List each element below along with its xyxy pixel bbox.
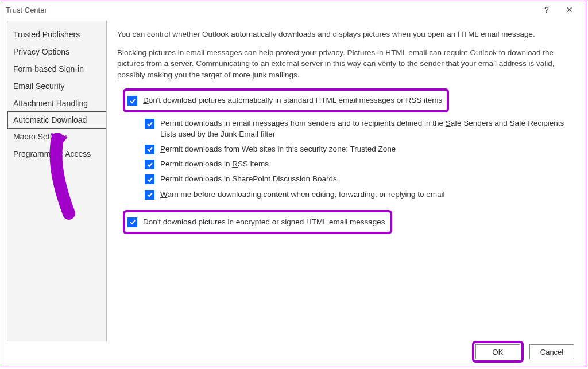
sidebar-item-form-based-signin[interactable]: Form-based Sign-in: [7, 60, 106, 77]
ok-label: OK: [493, 348, 504, 356]
checkbox-label: Warn me before downloading content when …: [160, 189, 445, 200]
trust-center-dialog: Trust Center ? ✕ Trusted Publishers Priv…: [1, 1, 586, 367]
sidebar-item-label: Privacy Options: [13, 47, 69, 56]
checkbox-icon: [145, 160, 154, 169]
checkbox-label: Don't download pictures automatically in…: [143, 95, 442, 106]
titlebar: Trust Center ? ✕: [1, 1, 586, 18]
checkbox-icon: [145, 119, 154, 129]
sidebar-item-privacy-options[interactable]: Privacy Options: [7, 43, 106, 60]
checkbox-icon: [145, 145, 154, 154]
checkbox-icon: [145, 190, 154, 200]
sidebar-item-label: Programmatic Access: [13, 149, 91, 158]
sidebar-item-label: Form-based Sign-in: [13, 64, 84, 73]
checkbox-rss[interactable]: Permit downloads in RSS items: [145, 157, 579, 172]
sidebar-item-trusted-publishers[interactable]: Trusted Publishers: [7, 26, 106, 43]
checkbox-dont-download-html[interactable]: Don't download pictures automatically in…: [127, 93, 442, 108]
window-title: Trust Center: [6, 6, 47, 14]
sidebar-item-label: Macro Settings: [13, 132, 67, 141]
sidebar-item-automatic-download[interactable]: Automatic Download: [7, 111, 106, 129]
cancel-button[interactable]: Cancel: [529, 344, 574, 359]
highlight-box-1: Don't download pictures automatically in…: [123, 88, 449, 112]
sidebar-item-label: Email Security: [13, 81, 64, 91]
cancel-label: Cancel: [540, 348, 563, 356]
help-icon: ?: [544, 5, 549, 14]
checkbox-label: Permit downloads in RSS items: [160, 159, 269, 169]
close-icon: ✕: [566, 5, 573, 14]
sub-options: Permit downloads in email messages from …: [145, 116, 579, 201]
dialog-body: Trusted Publishers Privacy Options Form-…: [1, 18, 586, 341]
help-button[interactable]: ?: [535, 2, 558, 18]
close-button[interactable]: ✕: [558, 2, 581, 18]
checkbox-label: Permit downloads in SharePoint Discussio…: [160, 174, 337, 184]
checkbox-trusted-zone[interactable]: Permit downloads from Web sites in this …: [145, 142, 579, 157]
checkbox-icon: [145, 174, 154, 184]
highlight-box-ok: OK: [472, 341, 524, 363]
ok-button[interactable]: OK: [475, 344, 520, 359]
checkbox-encrypted-signed[interactable]: Don't download pictures in encrypted or …: [127, 215, 385, 230]
intro-paragraph-1: You can control whether Outlook automati…: [117, 29, 559, 40]
checkbox-sharepoint[interactable]: Permit downloads in SharePoint Discussio…: [145, 172, 579, 187]
checkbox-warn-edit[interactable]: Warn me before downloading content when …: [145, 187, 579, 202]
sidebar-item-label: Attachment Handling: [13, 99, 88, 108]
checkbox-safe-senders[interactable]: Permit downloads in email messages from …: [145, 116, 579, 141]
sidebar-item-label: Automatic Download: [13, 115, 87, 125]
sidebar-item-macro-settings[interactable]: Macro Settings: [7, 128, 106, 145]
sidebar-item-label: Trusted Publishers: [13, 30, 80, 39]
checkbox-label: Permit downloads from Web sites in this …: [160, 144, 396, 154]
content-area: You can control whether Outlook automati…: [117, 21, 579, 341]
checkbox-icon: [127, 217, 137, 227]
checkbox-label: Permit downloads in email messages from …: [160, 118, 579, 139]
sidebar-item-programmatic-access[interactable]: Programmatic Access: [7, 145, 106, 162]
sidebar-item-email-security[interactable]: Email Security: [7, 77, 106, 95]
highlight-box-2: Don't download pictures in encrypted or …: [123, 210, 392, 234]
sidebar: Trusted Publishers Privacy Options Form-…: [7, 21, 107, 341]
dialog-footer: OK Cancel: [1, 341, 586, 367]
intro-paragraph-2: Blocking pictures in email messages can …: [117, 47, 559, 81]
checkbox-label: Don't download pictures in encrypted or …: [143, 217, 385, 227]
checkbox-icon: [127, 96, 137, 106]
sidebar-item-attachment-handling[interactable]: Attachment Handling: [7, 95, 106, 112]
